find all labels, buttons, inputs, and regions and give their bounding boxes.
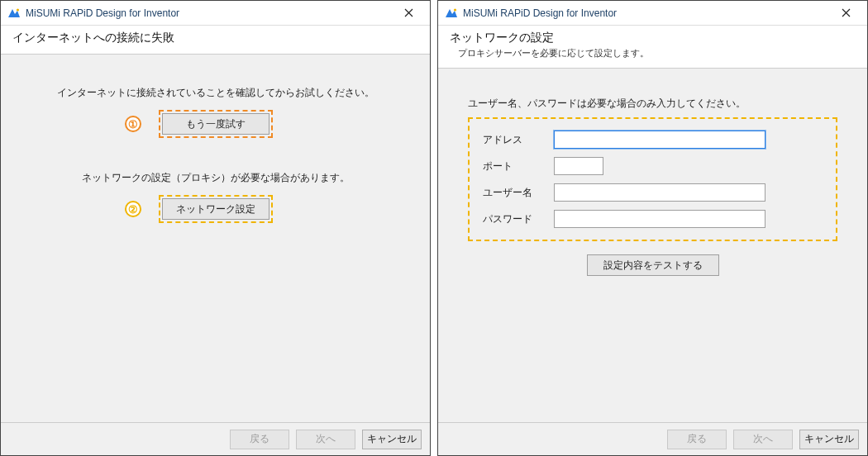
back-button[interactable]: 戻る xyxy=(230,430,289,449)
test-row: 設定内容をテストする xyxy=(468,254,837,276)
dialog-body: ユーザー名、パスワードは必要な場合のみ入力してください。 アドレス ポート ユー… xyxy=(438,69,867,422)
network-settings-button[interactable]: ネットワーク設定 xyxy=(162,198,269,220)
address-input[interactable] xyxy=(554,131,765,149)
retry-button-label: もう一度試す xyxy=(186,117,246,131)
proxy-form-highlight: アドレス ポート ユーザー名 パスワード xyxy=(468,117,837,241)
test-settings-button-label: 設定内容をテストする xyxy=(603,259,703,273)
titlebar: MiSUMi RAPiD Design for Inventor xyxy=(438,1,867,26)
back-button[interactable]: 戻る xyxy=(667,430,727,449)
header-title: ネットワークの設定 xyxy=(450,31,856,45)
port-row: ポート xyxy=(483,157,823,175)
app-title: MiSUMi RAPiD Design for Inventor xyxy=(463,7,617,19)
dialog-footer: 戻る 次へ キャンセル xyxy=(438,422,867,455)
next-button[interactable]: 次へ xyxy=(296,430,355,449)
user-input[interactable] xyxy=(554,183,765,202)
port-label: ポート xyxy=(483,159,554,173)
callout-marker-1: ① xyxy=(125,116,141,132)
port-input[interactable] xyxy=(554,157,603,175)
dialog-body: インターネットに接続されていることを確認してからお試しください。 ① もう一度試… xyxy=(1,55,430,422)
form-instruction: ユーザー名、パスワードは必要な場合のみ入力してください。 xyxy=(468,97,837,111)
app-icon xyxy=(7,7,21,20)
titlebar: MiSUMi RAPiD Design for Inventor xyxy=(1,1,430,26)
app-title: MiSUMi RAPiD Design for Inventor xyxy=(26,7,179,19)
callout-marker-2: ② xyxy=(125,201,141,217)
pass-label: パスワード xyxy=(483,212,554,226)
next-button[interactable]: 次へ xyxy=(733,430,793,449)
pass-row: パスワード xyxy=(483,210,823,228)
user-row: ユーザー名 xyxy=(483,183,823,202)
close-button[interactable] xyxy=(390,2,427,25)
retry-block: インターネットに接続されていることを確認してからお試しください。 ① もう一度試… xyxy=(1,86,430,138)
retry-message: インターネットに接続されていることを確認してからお試しください。 xyxy=(1,86,430,100)
close-icon xyxy=(404,8,413,17)
network-message: ネットワークの設定（プロキシ）が必要な場合があります。 xyxy=(1,171,430,185)
retry-highlight: もう一度試す xyxy=(159,110,273,138)
svg-point-0 xyxy=(17,8,19,11)
network-settings-button-label: ネットワーク設定 xyxy=(176,202,255,216)
network-highlight: ネットワーク設定 xyxy=(159,195,273,223)
close-icon xyxy=(842,8,851,17)
cancel-button[interactable]: キャンセル xyxy=(799,430,859,449)
cancel-button[interactable]: キャンセル xyxy=(362,430,422,449)
app-icon xyxy=(445,7,458,20)
user-label: ユーザー名 xyxy=(483,186,554,200)
address-label: アドレス xyxy=(483,133,554,147)
header-title: インターネットへの接続に失敗 xyxy=(12,31,418,45)
network-block: ネットワークの設定（プロキシ）が必要な場合があります。 ② ネットワーク設定 xyxy=(1,171,430,223)
pass-input[interactable] xyxy=(554,210,765,228)
svg-point-1 xyxy=(454,8,456,11)
network-settings-dialog: MiSUMi RAPiD Design for Inventor ネットワークの… xyxy=(437,0,868,456)
dual-dialog-stage: MiSUMi RAPiD Design for Inventor インターネット… xyxy=(0,0,868,456)
retry-button[interactable]: もう一度試す xyxy=(162,113,269,135)
close-button[interactable] xyxy=(827,2,864,25)
dialog-header: インターネットへの接続に失敗 xyxy=(1,26,430,55)
dialog-footer: 戻る 次へ キャンセル xyxy=(1,422,430,455)
dialog-header: ネットワークの設定 プロキシサーバーを必要に応じて設定します。 xyxy=(438,26,867,69)
connection-failed-dialog: MiSUMi RAPiD Design for Inventor インターネット… xyxy=(0,0,431,456)
address-row: アドレス xyxy=(483,131,823,149)
header-subtitle: プロキシサーバーを必要に応じて設定します。 xyxy=(458,47,856,59)
test-settings-button[interactable]: 設定内容をテストする xyxy=(587,254,719,276)
